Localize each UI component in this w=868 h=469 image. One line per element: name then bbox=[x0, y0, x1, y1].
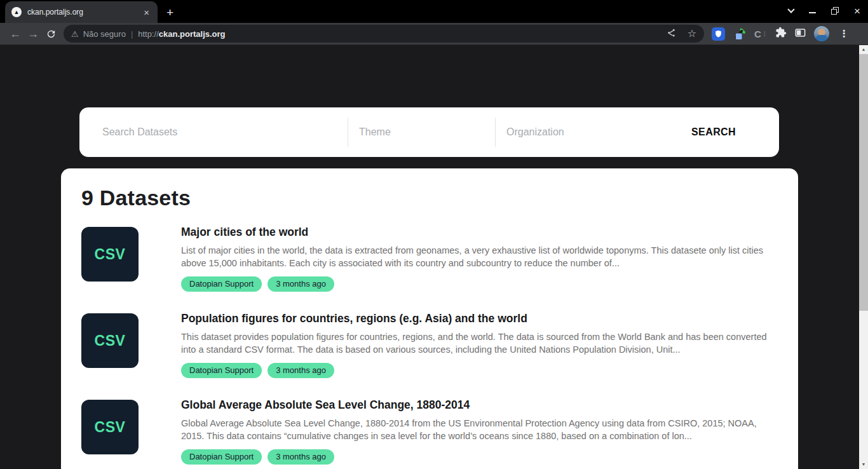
back-icon[interactable]: ← bbox=[6, 28, 24, 39]
page-content: SEARCH 9 Datasets CSV Major cities of th… bbox=[0, 45, 868, 469]
org-badge: Datopian Support bbox=[181, 363, 262, 378]
dataset-description: List of major cities in the world, the d… bbox=[181, 244, 777, 269]
minimize-icon[interactable] bbox=[809, 12, 816, 13]
tab-close-icon[interactable]: × bbox=[142, 7, 151, 18]
page-scrollbar[interactable]: ▲ ▼ bbox=[859, 45, 868, 469]
search-input[interactable] bbox=[102, 126, 348, 138]
eyedropper-extension-icon[interactable] bbox=[733, 27, 747, 41]
browser-toolbar: ← → ⚠ Não seguro | http:// ckan.portaljs… bbox=[0, 23, 868, 45]
window-close-icon[interactable]: × bbox=[854, 6, 860, 17]
url-domain: ckan.portaljs.org bbox=[159, 29, 226, 39]
dataset-title[interactable]: Population figures for countries, region… bbox=[181, 312, 778, 325]
csv-format-tile: CSV bbox=[81, 227, 139, 282]
scrollbar-down-icon[interactable]: ▼ bbox=[859, 460, 868, 469]
extensions-puzzle-icon[interactable] bbox=[775, 27, 787, 41]
org-badge: Datopian Support bbox=[181, 449, 262, 465]
new-tab-button[interactable]: + bbox=[166, 6, 173, 18]
tab-title: ckan.portaljs.org bbox=[27, 8, 142, 17]
csv-format-tile: CSV bbox=[81, 313, 139, 368]
csv-format-tile: CSV bbox=[81, 400, 139, 454]
favicon-triangle-icon: ▲ bbox=[14, 10, 20, 15]
updated-badge: 3 months ago bbox=[268, 449, 334, 465]
format-label: CSV bbox=[95, 246, 126, 263]
extensions-cluster: C ⋮ ⋮ bbox=[712, 26, 849, 41]
scrollbar-thumb[interactable] bbox=[859, 54, 868, 311]
dataset-row[interactable]: CSV Population figures for countries, re… bbox=[81, 313, 778, 378]
dataset-description: Global Average Absolute Sea Level Change… bbox=[181, 417, 777, 442]
format-label: CSV bbox=[95, 332, 126, 350]
org-badge: Datopian Support bbox=[181, 276, 262, 292]
search-button[interactable]: SEARCH bbox=[691, 126, 736, 138]
format-label: CSV bbox=[95, 419, 126, 436]
theme-input[interactable] bbox=[348, 126, 495, 138]
colorzilla-c-glyph: C bbox=[754, 29, 761, 39]
updated-badge: 3 months ago bbox=[268, 276, 334, 292]
reload-icon[interactable] bbox=[42, 29, 60, 39]
bookmark-star-icon[interactable]: ☆ bbox=[688, 29, 696, 39]
side-panel-icon[interactable] bbox=[794, 27, 806, 41]
site-favicon-icon: ▲ bbox=[11, 7, 22, 17]
scrollbar-up-icon[interactable]: ▲ bbox=[859, 45, 868, 54]
not-secure-warning-icon: ⚠ bbox=[71, 29, 79, 39]
results-count-heading: 9 Datasets bbox=[81, 186, 778, 210]
dataset-title[interactable]: Major cities of the world bbox=[181, 226, 778, 239]
dataset-row[interactable]: CSV Major cities of the world List of ma… bbox=[81, 227, 778, 292]
profile-avatar[interactable] bbox=[814, 26, 829, 41]
browser-tab[interactable]: ▲ ckan.portaljs.org × bbox=[5, 1, 158, 23]
dataset-description: This dataset provides population figures… bbox=[181, 330, 777, 356]
url-scheme: http:// bbox=[138, 29, 159, 39]
browser-menu-icon[interactable]: ⋮ bbox=[839, 28, 849, 39]
dataset-row[interactable]: CSV Global Average Absolute Sea Level Ch… bbox=[81, 400, 778, 465]
restore-icon[interactable] bbox=[831, 7, 839, 15]
bitwarden-extension-icon[interactable] bbox=[712, 27, 725, 41]
window-controls: × bbox=[789, 0, 860, 22]
colorzilla-dots-glyph: ⋮ bbox=[762, 31, 768, 37]
window-menu-chevron-icon[interactable] bbox=[787, 6, 794, 13]
results-panel: 9 Datasets CSV Major cities of the world… bbox=[61, 168, 798, 469]
url-separator: | bbox=[131, 29, 133, 39]
colorzilla-extension-icon[interactable]: C ⋮ bbox=[754, 29, 768, 39]
updated-badge: 3 months ago bbox=[268, 363, 334, 378]
share-icon[interactable] bbox=[667, 28, 676, 40]
search-panel: SEARCH bbox=[79, 107, 779, 157]
security-label: Não seguro bbox=[83, 29, 126, 39]
dataset-title[interactable]: Global Average Absolute Sea Level Change… bbox=[181, 398, 778, 412]
organization-input[interactable] bbox=[496, 126, 654, 138]
tab-strip: ▲ ckan.portaljs.org × + × bbox=[0, 0, 868, 23]
forward-icon[interactable]: → bbox=[24, 28, 42, 39]
address-bar[interactable]: ⚠ Não seguro | http:// ckan.portaljs.org… bbox=[64, 25, 704, 43]
